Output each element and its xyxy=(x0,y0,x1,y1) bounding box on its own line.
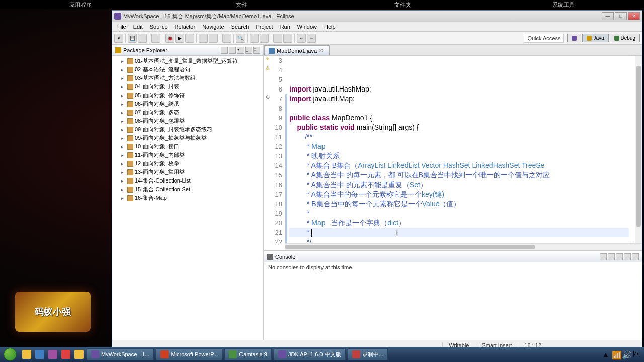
main-area: Package Explorer ▾ _ □ ▸01-基本语法_变量_常量_数据… xyxy=(112,45,642,340)
editor-tab-mapdemo1[interactable]: MapDemo1.java ✕ xyxy=(264,45,330,55)
minimize-view-icon[interactable]: _ xyxy=(245,47,252,54)
new-package-icon[interactable] xyxy=(209,34,218,43)
display-console-icon[interactable] xyxy=(608,253,615,260)
menu-file[interactable]: File xyxy=(114,23,129,31)
search-icon[interactable]: 🔍 xyxy=(236,34,245,43)
run-icon[interactable]: ▶ xyxy=(175,34,184,43)
java-perspective-button[interactable]: Java xyxy=(582,34,608,42)
menu-search[interactable]: Search xyxy=(228,23,252,31)
pinned-chrome-icon[interactable] xyxy=(61,350,70,359)
tree-item[interactable]: ▸10-面向对象_接口 xyxy=(112,142,263,151)
tree-item[interactable]: ▸09-面向对象_封装继承多态练习 xyxy=(112,125,263,134)
topbar-apps[interactable]: 应用程序 xyxy=(0,0,161,9)
close-tab-icon[interactable]: ✕ xyxy=(319,48,325,53)
menu-refactor[interactable]: Refactor xyxy=(172,23,199,31)
topbar-folders[interactable]: 文件夹 xyxy=(322,0,483,9)
task-jdk-api[interactable]: JDK API 1.6.0 中文版 xyxy=(274,348,346,360)
save-icon[interactable]: 💾 xyxy=(128,34,137,43)
run-last-icon[interactable] xyxy=(185,34,194,43)
task-powerpoint[interactable]: Microsoft PowerP... xyxy=(156,348,222,360)
menu-run[interactable]: Run xyxy=(277,23,293,31)
tray-flag-icon[interactable]: 🏳 xyxy=(632,350,640,358)
console-icon xyxy=(267,254,273,260)
link-editor-icon[interactable] xyxy=(229,47,236,54)
console-body: No consoles to display at this time. xyxy=(264,262,642,340)
tree-item[interactable]: ▸07-面向对象_多态 xyxy=(112,108,263,117)
view-menu-icon[interactable]: ▾ xyxy=(237,47,244,54)
debug-icon[interactable]: 🐞 xyxy=(165,34,174,43)
package-explorer-panel: Package Explorer ▾ _ □ ▸01-基本语法_变量_常量_数据… xyxy=(112,45,264,340)
tree-item[interactable]: ▸14-集合-Collection-List xyxy=(112,176,263,185)
window-title: MyWorkSpace - 16-集合-Map/src/集合/Map/MapDe… xyxy=(123,13,602,20)
save-all-icon[interactable] xyxy=(138,34,147,43)
maximize-view-icon[interactable]: □ xyxy=(253,47,260,54)
task-eclipse[interactable]: MyWorkSpace - 1... xyxy=(87,348,154,360)
tree-item[interactable]: ▸04-面向对象_封装 xyxy=(112,82,263,91)
eclipse-icon xyxy=(114,13,121,20)
new-icon[interactable]: ▾ xyxy=(114,34,123,43)
build-icon[interactable] xyxy=(151,34,160,43)
horizontal-scrollbar[interactable] xyxy=(285,243,642,250)
tree-item[interactable]: ▸16-集合-Map xyxy=(112,194,263,202)
forward-icon[interactable]: → xyxy=(307,34,316,43)
debug-perspective-button[interactable]: Debug xyxy=(610,34,640,42)
menubar: File Edit Source Refactor Navigate Searc… xyxy=(112,22,642,32)
menu-window[interactable]: Window xyxy=(294,23,320,31)
collapse-all-icon[interactable] xyxy=(221,47,228,54)
back-icon[interactable]: ← xyxy=(297,34,306,43)
tree-item[interactable]: ▸09-面向对象_抽象类与抽象类 xyxy=(112,134,263,142)
tree-item[interactable]: ▸08-面向对象_包跟类 xyxy=(112,117,263,125)
maximize-console-icon[interactable] xyxy=(632,253,639,260)
next-annotation-icon[interactable] xyxy=(283,34,292,43)
console-title: Console xyxy=(275,254,600,260)
menu-project[interactable]: Project xyxy=(253,23,276,31)
tree-item[interactable]: ▸02-基本语法_流程语句 xyxy=(112,65,263,74)
open-console-icon[interactable] xyxy=(616,253,623,260)
tree-item[interactable]: ▸12-面向对象_枚举 xyxy=(112,159,263,168)
minimize-button[interactable]: — xyxy=(602,12,614,20)
menu-edit[interactable]: Edit xyxy=(130,23,146,31)
topbar-files[interactable]: 文件 xyxy=(161,0,322,9)
minimize-console-icon[interactable] xyxy=(624,253,631,260)
system-topbar: 应用程序 文件 文件夹 系统工具 xyxy=(0,0,644,9)
system-tray[interactable]: ▲ 📶 🔊 🏳 xyxy=(602,350,644,358)
pinned-folder-icon[interactable] xyxy=(74,350,84,359)
overview-ruler[interactable] xyxy=(629,56,635,243)
open-type-icon[interactable] xyxy=(222,34,231,43)
new-class-icon[interactable] xyxy=(199,34,208,43)
vertical-scrollbar[interactable] xyxy=(635,56,642,243)
editor-area: MapDemo1.java ✕ ⚠⚠⊖ 34567891011121314151… xyxy=(264,45,642,340)
tray-up-icon[interactable]: ▲ xyxy=(602,350,610,358)
toggle-block-icon[interactable] xyxy=(260,34,269,43)
pinned-ie-icon[interactable] xyxy=(35,350,44,359)
titlebar[interactable]: MyWorkSpace - 16-集合-Map/src/集合/Map/MapDe… xyxy=(112,11,642,22)
menu-navigate[interactable]: Navigate xyxy=(199,23,227,31)
tree-item[interactable]: ▸01-基本语法_变量_常量_数据类型_运算符 xyxy=(112,57,263,65)
tree-item[interactable]: ▸13-面向对象_常用类 xyxy=(112,168,263,176)
pinned-explorer-icon[interactable] xyxy=(22,350,31,359)
task-camtasia[interactable]: Camtasia 9 xyxy=(224,348,272,360)
tree-item[interactable]: ▸11-面向对象_内部类 xyxy=(112,151,263,159)
maximize-button[interactable]: □ xyxy=(615,12,627,20)
task-recording[interactable]: 录制中... xyxy=(348,348,388,360)
tray-network-icon[interactable]: 📶 xyxy=(612,350,620,358)
start-button[interactable] xyxy=(0,347,20,362)
menu-help[interactable]: Help xyxy=(321,23,339,31)
topbar-tools[interactable]: 系统工具 xyxy=(483,0,644,9)
close-button[interactable]: ✕ xyxy=(628,12,640,20)
open-perspective-button[interactable] xyxy=(567,34,581,42)
package-tree[interactable]: ▸01-基本语法_变量_常量_数据类型_运算符▸02-基本语法_流程语句▸03-… xyxy=(112,56,263,340)
prev-annotation-icon[interactable] xyxy=(273,34,282,43)
tree-item[interactable]: ▸15-集合-Collection-Set xyxy=(112,185,263,194)
tree-item[interactable]: ▸06-面向对象_继承 xyxy=(112,100,263,108)
quick-access[interactable]: Quick Access xyxy=(524,34,564,43)
editor-tabs: MapDemo1.java ✕ xyxy=(264,45,642,56)
tree-item[interactable]: ▸03-基本语法_方法与数组 xyxy=(112,74,263,82)
pin-console-icon[interactable] xyxy=(600,253,607,260)
toggle-mark-icon[interactable] xyxy=(250,34,259,43)
tray-volume-icon[interactable]: 🔊 xyxy=(622,350,630,358)
menu-source[interactable]: Source xyxy=(147,23,171,31)
pinned-app-icon[interactable] xyxy=(48,350,57,359)
tree-item[interactable]: ▸05-面向对象_修饰符 xyxy=(112,91,263,100)
code-editor[interactable]: ⚠⚠⊖ 34567891011121314151617181920212223 … xyxy=(264,56,642,243)
